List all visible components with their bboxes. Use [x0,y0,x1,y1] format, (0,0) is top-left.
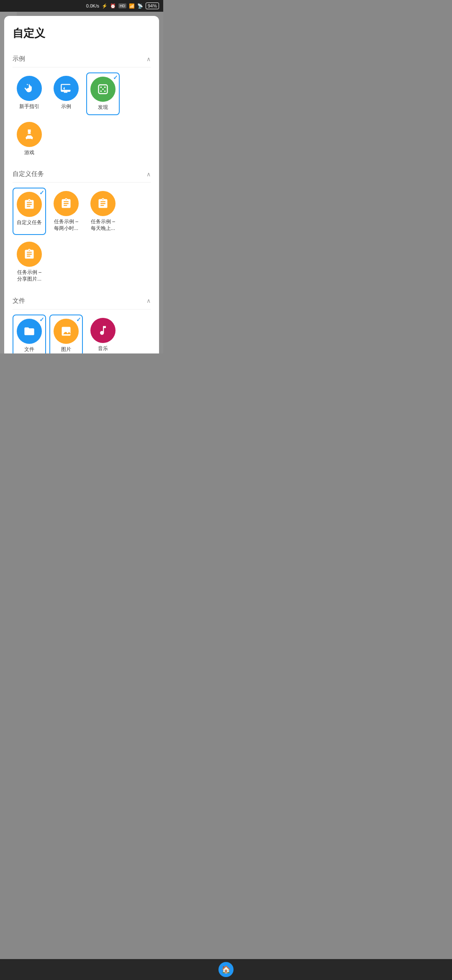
svg-point-5 [104,90,106,92]
svg-point-2 [100,87,102,88]
signal-icon: 📶 [129,3,135,9]
item-cell-images[interactable]: ✓图片 [49,315,83,353]
icon-circle-games [17,122,42,147]
battery-icon: 94% [146,3,159,9]
checkmark-icon-files: ✓ [39,316,44,323]
chevron-up-icon-examples: ∧ [146,56,151,62]
section-title-examples: 示例 [13,55,25,63]
item-label-task-demo2: 任务示例 – 每天晚上... [88,219,118,232]
item-label-task-demo1: 任务示例 – 每两小时... [51,219,81,232]
section-header-custom-tasks[interactable]: 自定义任务 ∧ [13,166,151,183]
item-label-images: 图片 [61,346,71,353]
item-label-music: 音乐 [98,346,108,352]
item-label-demo: 示例 [61,103,71,110]
section-title-files: 文件 [13,297,25,305]
checkmark-icon-custom-task: ✓ [39,189,44,196]
section-examples: 示例 ∧ 新手指引示例✓发现游戏 [13,51,151,159]
icon-circle-custom-task [17,192,42,217]
item-label-task-demo3: 任务示例 – 分享图片... [14,269,44,282]
items-grid-examples: 新手指引示例✓发现游戏 [13,72,151,159]
status-bar: 0.0K/s ⚡ ⏰ HD 📶 📡 94% [0,0,163,12]
icon-circle-task-demo2 [90,191,116,216]
items-grid-custom-tasks: ✓自定义任务任务示例 – 每两小时...任务示例 – 每天晚上...任务示例 –… [13,188,151,286]
svg-point-4 [100,90,102,92]
svg-marker-0 [63,87,65,90]
item-cell-discover[interactable]: ✓发现 [86,72,120,115]
item-cell-task-demo1[interactable]: 任务示例 – 每两小时... [49,188,83,235]
item-cell-demo[interactable]: 示例 [49,72,83,115]
item-label-custom-task: 自定义任务 [17,219,42,226]
icon-circle-images [54,319,79,344]
chevron-up-icon-files: ∧ [146,297,151,304]
section-files: 文件 ∧ ✓文件✓图片音乐视频文档 [13,293,151,353]
icon-circle-task-demo3 [17,242,42,267]
items-grid-files: ✓文件✓图片音乐视频文档 [13,315,151,353]
item-label-games: 游戏 [24,150,34,156]
section-header-files[interactable]: 文件 ∧ [13,293,151,309]
icon-circle-task-demo1 [54,191,79,216]
checkmark-icon-discover: ✓ [113,74,118,81]
icon-circle-demo [54,76,79,101]
alarm-icon: ⏰ [110,3,116,9]
bluetooth-icon: ⚡ [102,3,108,9]
item-label-discover: 发现 [98,104,108,111]
svg-point-6 [102,88,104,90]
wifi-icon: 📡 [137,3,143,9]
modal-dialog: 自定义 示例 ∧ 新手指引示例✓发现游戏 自定义任务 ∧ ✓自定义任务任务示例 … [4,16,159,353]
icon-circle-music [90,318,116,343]
section-title-custom-tasks: 自定义任务 [13,170,44,178]
svg-point-3 [104,87,106,88]
chevron-up-icon-custom-tasks: ∧ [146,171,151,178]
section-custom-tasks: 自定义任务 ∧ ✓自定义任务任务示例 – 每两小时...任务示例 – 每天晚上.… [13,166,151,286]
item-label-files: 文件 [24,346,34,353]
item-cell-task-demo3[interactable]: 任务示例 – 分享图片... [13,238,46,286]
icon-circle-tutorial [17,76,42,101]
item-cell-games[interactable]: 游戏 [13,119,46,160]
item-cell-custom-task[interactable]: ✓自定义任务 [13,188,46,235]
modal-title: 自定义 [13,26,151,41]
hd-icon: HD [118,3,126,8]
item-cell-music[interactable]: 音乐 [86,315,120,353]
item-label-tutorial: 新手指引 [19,103,39,110]
item-cell-task-demo2[interactable]: 任务示例 – 每天晚上... [86,188,120,235]
item-cell-files[interactable]: ✓文件 [13,315,46,353]
modal-overlay: 自定义 示例 ∧ 新手指引示例✓发现游戏 自定义任务 ∧ ✓自定义任务任务示例 … [0,12,163,353]
icon-circle-discover [90,77,116,102]
network-speed: 0.0K/s [86,3,99,8]
checkmark-icon-images: ✓ [76,316,81,323]
item-cell-tutorial[interactable]: 新手指引 [13,72,46,115]
sections-container: 示例 ∧ 新手指引示例✓发现游戏 自定义任务 ∧ ✓自定义任务任务示例 – 每两… [13,51,151,353]
icon-circle-files [17,319,42,344]
section-header-examples[interactable]: 示例 ∧ [13,51,151,67]
